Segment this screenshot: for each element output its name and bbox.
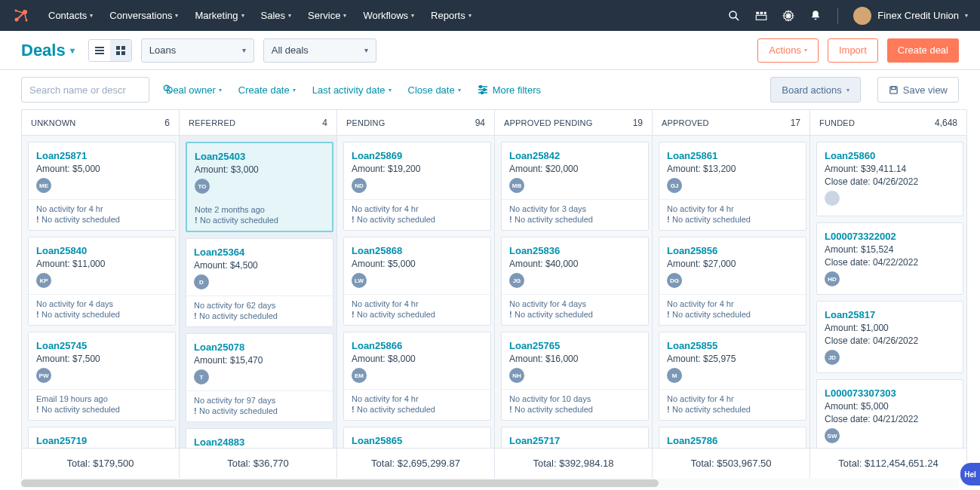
list-view-button[interactable] <box>89 40 110 61</box>
chevron-down-icon: ▾ <box>965 12 968 19</box>
card-amount: Amount: $5,000 <box>825 401 955 412</box>
more-filters-button[interactable]: More filters <box>478 84 541 96</box>
chevron-down-icon: ▾ <box>175 12 178 19</box>
column-body[interactable]: Loan25860Amount: $39,411.14Close date: 0… <box>810 136 966 448</box>
deal-card[interactable]: Loan25866Amount: $8,000EMNo activity for… <box>343 332 491 421</box>
card-title: Loan25871 <box>36 150 167 161</box>
deal-card[interactable]: Loan25855Amount: $25,975MNo activity for… <box>659 332 806 421</box>
last-activity-filter[interactable]: Last activity date▾ <box>312 84 392 96</box>
svg-rect-8 <box>764 11 766 14</box>
nav-item-contacts[interactable]: Contacts▾ <box>48 10 93 21</box>
card-warning: No activity scheduled <box>194 406 325 415</box>
account-menu[interactable]: Finex Credit Union ▾ <box>853 7 968 25</box>
deal-card[interactable]: Loan25817Amount: $1,000Close date: 04/26… <box>816 301 963 373</box>
hubspot-logo-icon[interactable] <box>12 7 30 25</box>
pipeline-select[interactable]: Loans <box>141 38 254 63</box>
save-view-button[interactable]: Save view <box>877 77 959 103</box>
deal-owner-filter[interactable]: Deal owner▾ <box>166 84 222 96</box>
column-body[interactable]: Loan25403Amount: $3,000TONote 2 months a… <box>180 136 336 448</box>
owner-badge: SW <box>825 428 840 443</box>
deal-card[interactable]: Loan25836Amount: $40,000JGNo activity fo… <box>501 237 649 326</box>
owner-badge: EM <box>352 368 367 383</box>
deal-card[interactable]: Loan25842Amount: $20,000MBNo activity fo… <box>501 142 649 231</box>
deal-card[interactable]: Loan25860Amount: $39,411.14Close date: 0… <box>816 142 963 216</box>
column-body[interactable]: Loan25871Amount: $5,000MENo activity for… <box>22 136 179 448</box>
horizontal-scrollbar[interactable] <box>21 478 959 488</box>
search-input[interactable] <box>29 84 156 96</box>
deal-card[interactable]: Loan25861Amount: $13,200GJNo activity fo… <box>659 142 806 231</box>
card-warning: No activity scheduled <box>667 310 798 319</box>
scrollbar-thumb[interactable] <box>21 479 659 487</box>
card-title: L000073322002 <box>825 231 955 242</box>
column-header: APPROVED17 <box>653 110 809 136</box>
svg-point-23 <box>479 86 481 88</box>
chevron-down-icon: ▾ <box>411 12 414 19</box>
import-button[interactable]: Import <box>828 38 878 63</box>
nav-item-marketing[interactable]: Marketing▾ <box>195 10 244 21</box>
card-amount: Amount: $11,000 <box>36 259 167 269</box>
column-count: 6 <box>164 118 170 128</box>
card-amount: Amount: $40,000 <box>509 259 641 269</box>
actions-button[interactable]: Actions▾ <box>757 38 819 63</box>
nav-item-conversations[interactable]: Conversations▾ <box>109 10 178 21</box>
deal-card[interactable]: Loan25869Amount: $19,200NDNo activity fo… <box>343 142 491 231</box>
owner-badge: ND <box>352 178 367 193</box>
column-body[interactable]: Loan25861Amount: $13,200GJNo activity fo… <box>653 136 809 448</box>
card-title: Loan25745 <box>36 340 167 351</box>
create-deal-button[interactable]: Create deal <box>887 38 959 63</box>
card-close-date: Close date: 04/22/2022 <box>825 257 955 268</box>
page-title[interactable]: Deals ▾ <box>21 41 75 60</box>
card-activity-meta: No activity for 4 hr <box>352 204 483 213</box>
column-header: APPROVED PENDING19 <box>495 110 652 136</box>
help-button[interactable]: Hel <box>960 463 980 485</box>
bell-icon[interactable] <box>809 9 822 23</box>
view-select[interactable]: All deals <box>263 38 376 63</box>
deal-card[interactable]: L000073322002Amount: $15,524Close date: … <box>816 222 963 295</box>
deal-card[interactable]: Loan25403Amount: $3,000TONote 2 months a… <box>186 142 333 232</box>
deal-card[interactable]: Loan25364Amount: $4,500DNo activity for … <box>186 238 333 327</box>
deal-card[interactable]: Loan25078Amount: $15,470TNo activity for… <box>186 333 333 422</box>
card-title: Loan25719 <box>36 435 167 446</box>
gear-icon[interactable] <box>782 9 795 23</box>
deal-card[interactable]: Loan25856Amount: $27,000DGNo activity fo… <box>659 237 806 326</box>
kanban-board: UNKNOWN6Loan25871Amount: $5,000MENo acti… <box>0 109 980 478</box>
create-date-filter[interactable]: Create date▾ <box>238 84 296 96</box>
nav-item-sales[interactable]: Sales▾ <box>261 10 292 21</box>
svg-rect-17 <box>121 51 125 55</box>
column-unknown: UNKNOWN6Loan25871Amount: $5,000MENo acti… <box>21 109 179 478</box>
card-warning: No activity scheduled <box>36 215 167 224</box>
nav-item-reports[interactable]: Reports▾ <box>431 10 472 21</box>
card-activity-meta: No activity for 4 days <box>509 299 641 308</box>
svg-line-5 <box>736 17 739 20</box>
deal-card[interactable]: Loan25719Amount: $147,500AGNote 8 days a… <box>28 427 176 448</box>
deal-card[interactable]: Loan24883Amount: $13,800MCCall 4 months … <box>186 428 333 448</box>
deal-card[interactable]: Loan25786Amount: $35,000JMNo activity fo… <box>659 427 806 448</box>
marketplace-icon[interactable] <box>754 9 768 23</box>
column-referred: REFERRED4Loan25403Amount: $3,000TONote 2… <box>179 109 336 478</box>
card-warning: No activity scheduled <box>195 216 324 225</box>
owner-badge: HD <box>825 271 840 286</box>
deal-card[interactable]: L000073307303Amount: $5,000Close date: 0… <box>816 379 963 448</box>
deal-card[interactable]: Loan25717Amount: $21,930.57PCNo activity… <box>501 427 649 448</box>
chevron-down-icon: ▾ <box>293 87 296 93</box>
nav-item-service[interactable]: Service▾ <box>308 10 346 21</box>
column-title: PENDING <box>346 118 386 127</box>
view-value: All deals <box>272 44 309 56</box>
search-icon[interactable] <box>727 9 741 23</box>
column-body[interactable]: Loan25869Amount: $19,200NDNo activity fo… <box>337 136 494 448</box>
nav-item-workflows[interactable]: Workflows▾ <box>363 10 414 21</box>
deal-card[interactable]: Loan25871Amount: $5,000MENo activity for… <box>28 142 176 231</box>
deal-card[interactable]: Loan25868Amount: $5,000LWNo activity for… <box>343 237 491 326</box>
deal-card[interactable]: Loan25840Amount: $11,000KPNo activity fo… <box>28 237 176 326</box>
board-actions-button[interactable]: Board actions▾ <box>770 77 861 103</box>
board-view-button[interactable] <box>110 40 131 61</box>
column-body[interactable]: Loan25842Amount: $20,000MBNo activity fo… <box>495 136 652 448</box>
close-date-filter[interactable]: Close date▾ <box>408 84 461 96</box>
deal-card[interactable]: Loan25745Amount: $7,500PWEmail 19 hours … <box>28 332 176 421</box>
deal-card[interactable]: Loan25865Amount: $5,000LBNo activity for… <box>343 427 491 448</box>
deal-card[interactable]: Loan25765Amount: $16,000NHNo activity fo… <box>501 332 649 421</box>
column-count: 94 <box>475 118 485 128</box>
search-box[interactable] <box>21 77 149 103</box>
card-warning: No activity scheduled <box>509 310 641 319</box>
owner-badge: LW <box>352 273 367 288</box>
